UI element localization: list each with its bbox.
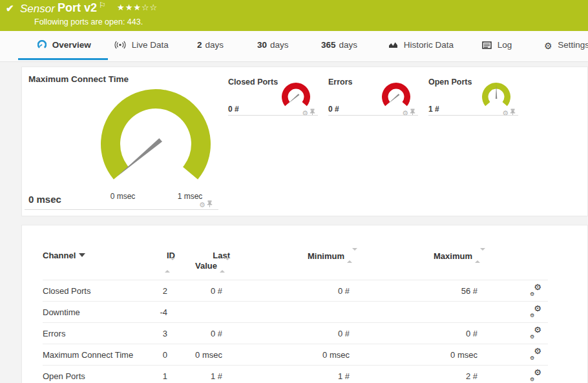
channel-minimum: 0 # [231,323,359,344]
priority-stars[interactable]: ★★★☆☆ [117,3,158,12]
object-kind-label: Sensor [20,3,55,16]
pin-icon[interactable] [510,107,516,118]
gauge-arc [382,83,410,106]
column-header-minimum[interactable]: Minimum [231,243,359,280]
gear-icon[interactable]: ⚙ [402,109,408,117]
channel-maximum: 56 # [359,280,487,302]
small-gauge-value: 0 # [328,105,339,114]
tab-label: days [270,40,289,50]
column-header-channel[interactable]: Channel [43,243,156,280]
sensor-title: Port v2 [58,1,97,15]
column-label: Minimum [308,251,344,261]
tab-live-data[interactable]: Live Data [114,40,169,62]
channel-settings-icon[interactable]: ⚙⚙ [530,349,541,359]
channel-name: Maximum Connect Time [43,344,156,366]
table-row: Maximum Connect Time 0 0 msec 0 msec 0 m… [43,344,548,366]
area-chart-icon [388,41,398,51]
channel-name: Open Ports [43,366,156,383]
table-header-row: Channel ID Last Value Minimum Maximum [43,243,548,280]
channel-settings-icon[interactable]: ⚙⚙ [530,370,541,380]
gauges-panel: Maximum Connect Time 0 msec 1 msec 0 mse… [21,67,588,216]
primary-gauge-card: Maximum Connect Time 0 msec 1 msec 0 mse… [22,67,224,217]
tab-historic-data[interactable]: Historic Data [388,40,454,62]
column-header-maximum[interactable]: Maximum [359,243,487,280]
tab-label: Historic Data [404,40,454,50]
channel-settings-icon[interactable]: ⚙⚙ [530,327,541,338]
channel-minimum [231,302,359,323]
sort-icon [347,251,357,260]
table-row: Errors 3 0 # 0 # 0 # ⚙⚙ [43,323,548,344]
tab-number: 30 [257,40,267,50]
tab-2-days[interactable]: 2days [197,40,224,62]
gauge-needle [388,94,399,104]
card-divider [25,209,218,210]
channel-minimum: 1 # [231,366,359,383]
column-header-settings [487,243,548,280]
small-gauge-value: 0 # [228,105,239,114]
tab-label: days [339,40,358,50]
gauge-needle [117,138,162,176]
pin-icon[interactable] [207,198,213,210]
tab-number: 2 [197,40,202,50]
channel-last-value [176,302,231,323]
channels-panel: Channel ID Last Value Minimum Maximum Cl… [21,225,588,383]
tab-label: Live Data [132,40,169,50]
pin-icon[interactable] [310,107,315,118]
gauge-needle [288,94,299,104]
card-divider [428,115,518,116]
tab-365-days[interactable]: 365days [321,40,357,62]
channel-last-value: 0 # [176,323,231,344]
sort-icon [220,260,230,270]
sort-icon [475,251,485,260]
small-gauge-value: 1 # [428,105,439,114]
prtg-sensor-page: ✔ Sensor Port v2 ⚐ ★★★☆☆ Following ports… [0,0,588,383]
card-action-icons: ⚙ [199,198,213,210]
table-row: Closed Ports 2 0 # 0 # 56 # ⚙⚙ [43,280,548,302]
channel-id: -4 [156,302,176,323]
channel-last-value: 0 # [176,280,231,302]
table-row: Downtime -4 ⚙⚙ [43,302,548,323]
gear-icon[interactable]: ⚙ [199,201,205,209]
column-label: Channel [43,251,76,260]
channel-id: 3 [156,323,176,344]
sensor-tab-bar: Overview Live Data 2days 30days 365days [0,31,588,62]
channel-name: Closed Ports [43,280,156,302]
stars-filled[interactable]: ★★★ [117,3,142,12]
card-action-icons: ⚙ [502,107,516,118]
sensor-status-header: ✔ Sensor Port v2 ⚐ ★★★☆☆ Following ports… [0,0,588,31]
sensor-status-message: Following ports are open: 443. [34,17,143,26]
stars-empty[interactable]: ☆☆ [142,3,158,12]
log-list-icon [482,41,492,51]
tab-label: Overview [52,40,91,50]
tab-label: Log [498,40,512,50]
channel-last-value: 0 msec [176,344,231,366]
tab-label: days [205,40,224,50]
gear-icon: ⚙ [544,41,552,51]
channel-last-value: 1 # [176,366,231,383]
channel-id: 1 [156,366,176,383]
flag-icon[interactable]: ⚐ [99,1,106,10]
channel-settings-icon[interactable]: ⚙⚙ [530,285,541,295]
tab-log[interactable]: Log [482,40,512,62]
tab-number: 365 [321,40,336,50]
card-divider [228,115,318,116]
column-header-last-value[interactable]: Last Value [176,243,231,280]
card-divider [328,115,418,116]
tab-settings[interactable]: ⚙ Settings [544,40,588,62]
small-gauge-card-closed-ports: Closed Ports 0 # ⚙ [224,70,320,116]
tab-overview[interactable]: Overview [37,40,91,62]
gear-icon[interactable]: ⚙ [502,109,509,117]
card-action-icons: ⚙ [302,107,315,118]
primary-gauge: 0 msec 1 msec [22,72,229,204]
tab-30-days[interactable]: 30days [257,40,289,62]
channels-table: Channel ID Last Value Minimum Maximum Cl… [43,243,548,383]
channel-maximum: 0 msec [359,344,487,366]
gear-icon[interactable]: ⚙ [302,109,308,117]
channel-settings-icon[interactable]: ⚙⚙ [530,306,541,316]
broadcast-icon [114,41,126,51]
channel-name: Downtime [43,302,156,323]
pin-icon[interactable] [410,107,415,118]
column-header-id[interactable]: ID [156,243,176,280]
small-gauge-card-errors: Errors 0 # ⚙ [324,70,421,116]
channel-maximum [359,302,487,323]
